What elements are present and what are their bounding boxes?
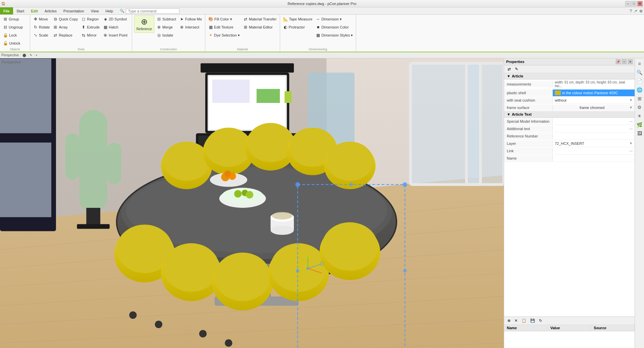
online-icon[interactable]: ⊕ [639,9,643,13]
col-source: Source [591,325,635,331]
sidebar-picture-button[interactable]: 🖼 [636,129,644,137]
menu-presentation[interactable]: Presentation [60,7,88,14]
link-value[interactable]: ··· [553,148,635,154]
close-button[interactable]: ✕ [637,1,643,6]
reference-number-value[interactable] [553,135,635,137]
plastic-shell-value[interactable]: in the colour melon Pantone 459C [553,90,635,96]
bottom-remove-icon[interactable]: ✕ [513,318,519,324]
menu-help[interactable]: Help [102,7,116,14]
sidebar-stack-button[interactable]: ⊞ [636,95,644,103]
additional-text-value[interactable]: ··· [553,126,635,132]
view-mode-label[interactable]: Perspective [1,53,19,57]
article-section-header[interactable]: ▼ Article [504,73,635,79]
properties-pin-button[interactable]: 📌 [616,59,621,64]
rotate-button[interactable]: ↻Rotate [32,23,51,31]
followme-button[interactable]: ➤Follow Me [178,15,203,23]
dimensionstyles-button[interactable]: ▦Dimension Styles ▾ [315,32,354,39]
scale-button[interactable]: ⤡Scale [32,32,51,39]
sidebar-plant-button[interactable]: 🌿 [636,121,644,129]
properties-refresh-icon[interactable]: ⇄ [506,66,512,72]
insertpoint-button[interactable]: ⊕Insert Point [102,32,128,39]
plastic-shell-row: plastic shell in the colour melon Panton… [504,89,635,97]
sidebar-layers-button[interactable]: ≡ [636,60,644,68]
layer-value[interactable]: 72_HCX_INSERT ▼ [553,140,635,147]
svg-rect-19 [77,224,109,229]
bottom-add-icon[interactable]: ⊕ [506,318,512,324]
seat-cushion-dropdown[interactable]: without ▼ [555,98,633,102]
name-value[interactable] [553,157,635,159]
special-model-dots[interactable]: ··· [630,119,633,123]
layer-dropdown[interactable]: 72_HCX_INSERT ▼ [555,141,633,146]
menu-articles[interactable]: Articles [41,7,60,14]
help-icon[interactable]: ? [630,9,632,13]
sidebar-globe-button[interactable]: 🌐 [636,86,644,94]
move-button[interactable]: ✥Move [32,15,51,23]
sidebar-sun-button[interactable]: ☀ [636,112,644,120]
command-search-input[interactable] [126,8,179,14]
menu-file[interactable]: File [0,7,13,14]
protractor-button[interactable]: ◐Protractor [282,23,314,31]
group-button[interactable]: ⊞Group [2,15,28,23]
materialeditor-button[interactable]: ⊞Material Editor [242,23,278,31]
additional-text-dots[interactable]: ··· [630,127,633,131]
2dsymbol-button[interactable]: ◈2D Symbol [102,15,128,23]
svg-point-39 [163,141,210,181]
isolate-button[interactable]: ◎Isolate [156,32,177,39]
frame-surface-text: frame chromed [555,106,629,110]
hatch-button[interactable]: ▦Hatch [102,23,128,31]
frame-surface-dropdown[interactable]: frame chromed ▼ [555,106,633,110]
tapemeasure-button[interactable]: 📐Tape Measure [282,15,314,23]
menu-edit[interactable]: Edit [28,7,41,14]
edittexture-button[interactable]: ▦Edit Texture [207,23,241,31]
extrude-button[interactable]: ⬆Extrude [80,23,101,31]
materialtransfer-button[interactable]: ⇄Material Transfer [242,15,278,23]
lock-button[interactable]: 🔒Lock [2,32,28,39]
mirror-button[interactable]: ⇆Mirror [80,32,101,39]
viewport[interactable]: Perspective [0,58,504,348]
quickcopy-button[interactable]: ⧉Quick Copy [52,15,79,23]
link-dots[interactable]: ··· [630,149,633,153]
special-model-value[interactable]: ··· [553,118,635,124]
bottom-save-icon[interactable]: 💾 [529,318,536,324]
sidebar-articles-button[interactable]: 📄 [636,77,644,85]
svg-point-70 [224,171,231,177]
menu-start[interactable]: Start [13,7,28,14]
restore-button[interactable]: □ [631,1,637,6]
properties-edit-icon[interactable]: ✎ [514,66,520,72]
ungroup-button[interactable]: ⊟Ungroup [2,23,28,31]
properties-close-button[interactable]: ✕ [628,59,633,64]
intersect-button[interactable]: ⊕Intersect [178,23,203,31]
share-icon[interactable]: ↗ [634,9,637,13]
sidebar-settings-button[interactable]: ⚙ [636,103,644,111]
fillcolor-button[interactable]: 🎨Fill Color ▾ [207,15,241,23]
minimize-button[interactable]: ─ [625,1,631,6]
dyeselection-button[interactable]: ✦Dye Selection ▾ [207,32,241,39]
bottom-refresh-icon[interactable]: ↻ [538,318,543,324]
insertpoint-icon: ⊕ [103,33,108,38]
array-button[interactable]: ⊞Array [52,23,79,31]
measurements-value[interactable]: width: 61 cm, depth: 53 cm, height: 83 c… [553,79,635,89]
construction-section-label: Construction [132,48,205,51]
properties-window-controls: 📌 ─ ✕ [616,59,633,64]
seat-cushion-value[interactable]: without ▼ [553,97,635,103]
region-button[interactable]: ◻Region [80,15,101,23]
menu-view[interactable]: View [88,7,102,14]
unlock-button[interactable]: 🔓Unlock [2,40,28,47]
frame-surface-value[interactable]: frame chromed ▼ [553,105,635,111]
reference-button[interactable]: ⊕ Reference [134,15,154,33]
dimension-button[interactable]: ↔Dimension ▾ [315,15,354,23]
properties-minimize-button[interactable]: ─ [622,59,627,64]
sidebar-search-button[interactable]: 🔍 [636,68,644,76]
merge-button[interactable]: ⊕Merge [156,23,177,31]
view-dot[interactable]: ⬤ [22,53,26,57]
followme-icon: ➤ [179,17,184,21]
small-dot[interactable]: • [36,53,37,57]
article-text-section-header[interactable]: ▼ Article Text [504,111,635,118]
dimensioncolor-button[interactable]: ■Dimension Color [315,23,354,31]
bottom-copy-icon[interactable]: 📋 [520,318,528,324]
subtract-icon: ⊟ [157,17,161,21]
pencil-icon[interactable]: ✎ [30,53,32,57]
subtract-button[interactable]: ⊟Subtract [156,15,177,23]
divider3: | [34,53,35,57]
replace-button[interactable]: ⇄Replace [52,32,79,39]
